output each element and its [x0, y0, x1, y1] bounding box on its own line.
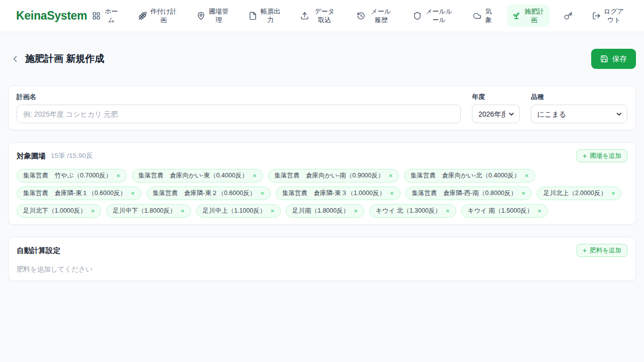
target-fields-title: 対象圃場: [17, 151, 46, 161]
target-fields-summary: 15筆 /15.90反: [51, 151, 93, 160]
shield-icon: [413, 12, 422, 20]
document-icon: [249, 12, 257, 20]
plus-icon: +: [583, 152, 587, 159]
app-logo[interactable]: KeinaSystem: [16, 9, 87, 23]
nav-item[interactable]: ログアウト: [587, 5, 629, 28]
field-tag-label: 集落営農 倉庫向かい-北（0.4000反）: [411, 171, 520, 180]
variety-label: 品種: [531, 93, 627, 102]
year-field-group: 年度 2026年度: [472, 93, 520, 123]
tag-remove-icon[interactable]: ×: [525, 172, 529, 179]
field-tag-label: キウイ 南（1.5000反）: [468, 207, 533, 215]
save-button[interactable]: 保存: [591, 49, 636, 69]
add-fertilizer-button-label: 肥料を追加: [590, 246, 621, 255]
plus-icon: +: [583, 247, 587, 254]
add-field-button[interactable]: + 圃場を追加: [577, 149, 627, 162]
field-tag-label: 集落営農 倉庫向かい-南（0.9000反）: [275, 171, 384, 180]
nav-item[interactable]: データ取込: [295, 5, 342, 28]
variety-field-group: 品種 にこまる: [531, 93, 627, 123]
nav-item-label: 作付け計画: [150, 8, 177, 25]
field-tag-label: 集落営農 倉庫向かい-東（0.4000反）: [138, 171, 248, 180]
nav-item-label: ホーム: [104, 8, 119, 25]
plan-info-card: 計画名 年度 2026年度 品種 にこまる: [8, 85, 636, 130]
field-tag-label: 集落営農 倉庫隣-西-南（0.8000反）: [412, 189, 517, 198]
field-tag: 足川北下（1.0000反） ×: [17, 204, 101, 218]
field-tag: 集落営農 倉庫隣-西-南（0.8000反） ×: [406, 187, 532, 200]
main-content: 施肥計画 新規作成 保存 計画名 年度 2026年度 品種: [0, 49, 644, 281]
field-tag-label: 集落営農 倉庫隣-東１（0.6000反）: [23, 189, 126, 198]
field-tag-label: 足川北上（2.0000反）: [543, 189, 607, 198]
auto-calc-empty-message: 肥料を追加してください: [17, 265, 627, 274]
field-tag-label: 足川北下（1.0000反）: [23, 207, 87, 215]
save-icon: [600, 55, 608, 63]
tag-remove-icon[interactable]: ×: [131, 190, 135, 197]
field-tag: 足川南（1.8000反） ×: [286, 204, 364, 218]
field-tag: キウイ 南（1.5000反） ×: [461, 204, 548, 218]
add-field-button-label: 圃場を追加: [590, 152, 621, 160]
add-fertilizer-button[interactable]: + 肥料を追加: [577, 244, 627, 257]
field-tag-label: 集落営農 竹やぶ（0.7000反）: [23, 171, 112, 180]
nav-item[interactable]: 圃場管理: [192, 5, 234, 28]
field-tag: 集落営農 竹やぶ（0.7000反） ×: [17, 169, 127, 183]
tag-remove-icon[interactable]: ×: [260, 190, 264, 197]
nav-item-label: メール履歴: [368, 8, 393, 25]
nav-item[interactable]: 気象: [468, 5, 498, 28]
field-tag: 集落営農 倉庫隣-東１（0.6000反） ×: [17, 187, 141, 200]
nav-item[interactable]: 帳票出力: [244, 5, 286, 28]
nav-item[interactable]: ホーム: [87, 5, 124, 28]
chevron-left-icon: [10, 54, 20, 64]
nav-item-label: 施肥計画: [524, 8, 544, 25]
cloud-icon: [473, 12, 481, 20]
field-tag: 集落営農 倉庫隣-東２（0.6000反） ×: [146, 187, 271, 200]
nav-menu: ホーム 作付け計画 圃場管理 帳票出力 データ取込: [87, 5, 629, 28]
nav-item-label: ログアウト: [604, 8, 624, 25]
field-tag-label: 集落営農 倉庫隣-東３（1.0000反）: [282, 189, 385, 198]
plan-name-field-group: 計画名: [17, 93, 461, 123]
field-tag-label: 足川南（1.8000反）: [292, 207, 349, 215]
tag-remove-icon[interactable]: ×: [181, 208, 185, 214]
top-navigation-bar: KeinaSystem ホーム 作付け計画 圃場管理 帳票出力: [0, 0, 644, 32]
target-fields-card: 対象圃場 15筆 /15.90反 + 圃場を追加 集落営農 竹やぶ（0.7000…: [8, 142, 636, 225]
page-header: 施肥計画 新規作成 保存: [8, 49, 636, 69]
field-tag: 集落営農 倉庫隣-東３（1.0000反） ×: [276, 187, 400, 200]
tag-remove-icon[interactable]: ×: [538, 208, 542, 214]
nav-item[interactable]: メールルール: [408, 5, 458, 28]
nav-item-label: 気象: [485, 8, 493, 25]
sprout-icon: [512, 12, 521, 20]
tag-remove-icon[interactable]: ×: [390, 190, 394, 197]
tag-remove-icon[interactable]: ×: [270, 208, 274, 214]
history-icon: [357, 12, 365, 20]
field-tag: 集落営農 倉庫向かい-東（0.4000反） ×: [132, 169, 263, 183]
tag-remove-icon[interactable]: ×: [253, 172, 257, 179]
nav-item[interactable]: [559, 9, 578, 23]
field-tag-label: 集落営農 倉庫隣-東２（0.6000反）: [153, 189, 256, 198]
auto-calc-title: 自動計算設定: [17, 246, 60, 255]
field-tag: 集落営農 倉庫向かい-南（0.9000反） ×: [268, 169, 399, 183]
field-tag-list: 集落営農 竹やぶ（0.7000反） × 集落営農 倉庫向かい-東（0.4000反…: [17, 169, 627, 218]
field-tag: 集落営農 倉庫向かい-北（0.4000反） ×: [404, 169, 535, 183]
tag-remove-icon[interactable]: ×: [522, 190, 526, 197]
page-title: 施肥計画 新規作成: [25, 52, 104, 65]
field-tag-label: 足川中下（1.8000反）: [113, 207, 176, 215]
back-button[interactable]: [8, 52, 22, 66]
nav-item[interactable]: メール履歴: [352, 5, 398, 28]
tag-remove-icon[interactable]: ×: [388, 172, 392, 179]
plan-name-label: 計画名: [17, 93, 461, 102]
nav-item-label: 圃場管理: [208, 8, 229, 25]
tag-remove-icon[interactable]: ×: [611, 190, 615, 197]
nav-item-label: メールルール: [425, 8, 453, 25]
plan-name-input[interactable]: [17, 105, 461, 123]
year-label: 年度: [472, 93, 520, 102]
nav-item[interactable]: 作付け計画: [133, 5, 182, 28]
nav-item-label: 帳票出力: [260, 8, 281, 25]
tag-remove-icon[interactable]: ×: [116, 172, 120, 179]
nav-item[interactable]: 施肥計画: [507, 5, 549, 28]
variety-select[interactable]: にこまる: [531, 105, 627, 123]
field-tag-label: 足川中上（1.1000反）: [203, 207, 266, 215]
tag-remove-icon[interactable]: ×: [446, 208, 450, 214]
key-icon: [564, 12, 573, 20]
grid-icon: [92, 12, 101, 20]
logout-icon: [592, 12, 601, 20]
tag-remove-icon[interactable]: ×: [91, 208, 95, 214]
year-select[interactable]: 2026年度: [472, 105, 520, 123]
tag-remove-icon[interactable]: ×: [354, 208, 358, 214]
